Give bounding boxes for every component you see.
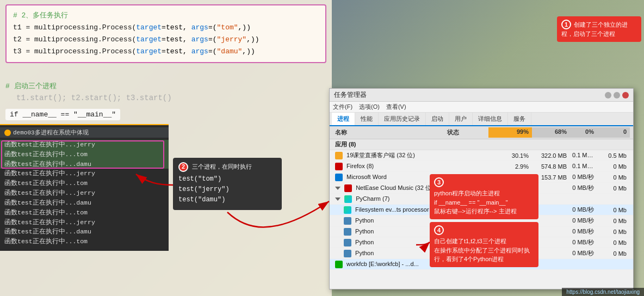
window-controls[interactable] xyxy=(605,92,629,98)
child-name-2: Python xyxy=(333,227,445,236)
col-net[interactable]: 0 xyxy=(597,127,630,138)
annotation-2-number: 2 三个进程，在同时执行 xyxy=(178,162,276,172)
minimize-button[interactable] xyxy=(605,92,611,98)
code-block-multitask: # 2、多任务执行 t1 = multiprocessing.Process(t… xyxy=(5,4,326,63)
workfcb-name: workfcb [E:\workfcb] - ...d... xyxy=(333,260,445,269)
annotation-1: 1 创建了三个独立的进程，启动了三个进程 xyxy=(557,16,641,42)
app-name-2: Microsoft Word xyxy=(333,173,445,182)
app-disk-2: 0 MB/秒 xyxy=(570,172,597,182)
terminal-line-3: 函数test正在执行中...jerry xyxy=(4,170,95,177)
tab-users[interactable]: 用户 xyxy=(449,113,473,125)
code-comment-start: # 启动三个进程 xyxy=(5,81,57,92)
table-header: 名称 状态 99% 68% 0% 0 xyxy=(330,126,633,139)
app-icon-1 xyxy=(335,163,343,170)
terminal-title: demo03多进程在系统中体现 xyxy=(0,127,169,138)
code-line-if: if __name__ == "__main__" xyxy=(5,109,120,120)
maximize-button[interactable] xyxy=(614,92,620,98)
col-disk[interactable]: 0% xyxy=(570,127,597,138)
apps-section-header: 应用 (8) xyxy=(330,139,633,150)
terminal-line-2: 函数test正在执行中...damu xyxy=(0,159,169,169)
child-name-1: Python xyxy=(333,217,445,225)
terminal-line-0: 函数test正在执行中...jerry xyxy=(0,140,169,150)
app-cpu-1: 2.9% xyxy=(488,163,532,170)
terminal-line-10: 函数test正在执行中...tom xyxy=(4,238,88,245)
app-icon-4 xyxy=(344,195,352,203)
terminal-line-6: 函数test正在执行中...damu xyxy=(4,199,91,206)
annotation-4-text: 自己创建了t1,t2,t3三个进程 在操作系统中分配了三个进程同时执行，看到了4… xyxy=(434,237,534,264)
child-name-3: Python xyxy=(333,238,445,247)
tab-details[interactable]: 详细信息 xyxy=(473,113,508,125)
app-cpu-0: 30.1% xyxy=(488,152,532,159)
annotation-2-item-1: test("jerry") xyxy=(178,184,276,195)
annotation-3: 3 python程序启动的主进程 if __name__ == "__main_… xyxy=(430,174,538,219)
col-cpu[interactable]: 99% xyxy=(488,127,532,138)
app-name-0: 19课堂直播客户端 (32 位) xyxy=(333,151,445,160)
col-status: 状态 xyxy=(445,127,488,138)
app-net-0: 0.5 Mb xyxy=(597,152,630,159)
child-name-4: Python xyxy=(333,249,445,258)
child-icon-2 xyxy=(344,228,351,236)
app-net-3: 0 Mb xyxy=(597,184,630,192)
terminal-content: 函数test正在执行中...jerry 函数test正在执行中...tom 函数… xyxy=(0,138,169,249)
app-status-0 xyxy=(445,155,488,156)
terminal-line-7: 函数test正在执行中...tom xyxy=(4,209,88,216)
app-disk-1: 0.1 MB/秒 xyxy=(570,162,597,171)
tab-services[interactable]: 服务 xyxy=(508,113,531,125)
terminal-line-4: 函数test正在执行中...tom xyxy=(4,180,88,187)
task-manager-tabs[interactable]: 进程 性能 应用历史记录 启动 用户 详细信息 服务 xyxy=(330,113,633,126)
menu-options[interactable]: 选项(O) xyxy=(359,103,380,111)
child-icon-1 xyxy=(344,217,351,225)
app-name-1: Firefox (8) xyxy=(333,162,445,171)
app-net-4 xyxy=(597,199,630,200)
code-line-t3: t3 = multiprocessing.Process(target=test… xyxy=(13,46,319,58)
app-net-1: 0 Mb xyxy=(597,163,630,170)
terminal-icon xyxy=(4,130,11,136)
child-icon-0 xyxy=(344,206,351,214)
app-icon-0 xyxy=(335,152,343,159)
task-manager-menubar: 文件(F) 选项(O) 查看(V) xyxy=(330,102,633,113)
terminal-line-1: 函数test正在执行中...tom xyxy=(0,150,169,159)
code-line-t1: t1 = multiprocessing.Process(target=test… xyxy=(13,22,319,34)
app-icon-2 xyxy=(335,174,343,181)
annotation-number-1: 1 xyxy=(561,20,571,29)
annotation-3-header: 3 xyxy=(434,177,534,187)
code-comment-multitask: # 2、多任务执行 xyxy=(13,10,319,22)
code-panel: # 2、多任务执行 t1 = multiprocessing.Process(t… xyxy=(0,0,332,296)
annotation-2-item-0: test("tom") xyxy=(178,174,276,184)
table-row[interactable]: 19课堂直播客户端 (32 位) 30.1% 322.0 MB 0.1 MB/秒… xyxy=(330,150,633,161)
app-disk-4 xyxy=(570,199,597,200)
app-icon-3 xyxy=(344,184,352,192)
expand-icon-4 xyxy=(335,198,340,201)
tab-process[interactable]: 进程 xyxy=(332,113,355,125)
app-name-3: NetEase Cloud Music (32 位) xyxy=(333,183,445,193)
col-name: 名称 xyxy=(333,127,445,138)
task-manager-titlebar: 任务管理器 xyxy=(330,89,633,102)
annotation-3-text: python程序启动的主进程 if __name__ == "__main__"… xyxy=(434,189,534,216)
app-mem-0: 322.0 MB xyxy=(532,152,570,159)
app-status-1 xyxy=(445,166,488,167)
url-bar: https://blog.csdn.net/taojiaxing xyxy=(562,288,644,296)
annotation-4: 4 自己创建了t1,t2,t3三个进程 在操作系统中分配了三个进程同时执行，看到… xyxy=(430,222,538,267)
app-disk-3: 0 MB/秒 xyxy=(570,183,597,193)
child-icon-4 xyxy=(344,250,351,257)
annotation-1-text: 创建了三个独立的进程，启动了三个进程 xyxy=(561,21,628,37)
tab-performance[interactable]: 性能 xyxy=(355,113,379,125)
tab-app-history[interactable]: 应用历史记录 xyxy=(379,113,426,125)
table-row[interactable]: Firefox (8) 2.9% 574.8 MB 0.1 MB/秒 0 Mb xyxy=(330,161,633,172)
terminal-line-8: 函数test正在执行中...jerry xyxy=(4,219,95,226)
menu-file[interactable]: 文件(F) xyxy=(333,103,352,111)
tab-startup[interactable]: 启动 xyxy=(426,113,449,125)
menu-view[interactable]: 查看(V) xyxy=(386,103,406,111)
annotation-2-item-2: test("damu") xyxy=(178,195,276,205)
code-line-t2: t2 = multiprocessing.Process(target=test… xyxy=(13,34,319,46)
app-mem-1: 574.8 MB xyxy=(532,163,570,170)
terminal-line-9: 函数test正在执行中...damu xyxy=(4,228,91,235)
annotation-4-header: 4 xyxy=(434,225,534,235)
close-button[interactable] xyxy=(622,92,629,98)
child-name-0: Filesystem ev...ts processor xyxy=(333,206,445,214)
child-icon-3 xyxy=(344,239,351,246)
col-mem[interactable]: 68% xyxy=(532,127,570,138)
app-name-4: PyCharm (7) xyxy=(333,195,445,203)
terminal-panel: demo03多进程在系统中体现 函数test正在执行中...jerry 函数te… xyxy=(0,124,169,251)
annotation-2-items: test("tom") test("jerry") test("damu") xyxy=(178,174,276,206)
